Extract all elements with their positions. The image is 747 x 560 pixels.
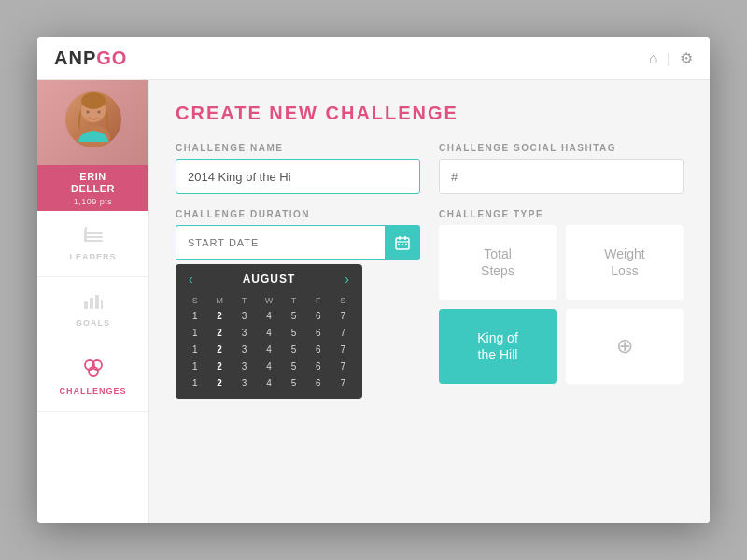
svg-rect-13	[101, 300, 103, 309]
cal-day[interactable]: 3	[233, 375, 256, 391]
cal-day[interactable]: 7	[331, 325, 355, 341]
main-layout: ERIN DELLER 1,109 pts	[37, 80, 710, 523]
cal-day[interactable]: 5	[282, 325, 305, 341]
settings-icon[interactable]: ⚙	[680, 49, 693, 67]
challenges-label: CHALLENGES	[59, 386, 126, 396]
hashtag-input[interactable]	[439, 159, 684, 194]
divider: |	[667, 51, 670, 66]
profile-background: ERIN DELLER 1,109 pts	[37, 80, 148, 211]
type-card-weight-loss[interactable]: WeightLoss	[566, 225, 684, 300]
cal-day[interactable]: 4	[257, 325, 280, 341]
cal-day[interactable]: 2	[207, 358, 231, 374]
cal-day[interactable]: 2	[207, 325, 231, 341]
top-icons: ⌂ | ⚙	[649, 49, 693, 67]
goals-icon	[83, 292, 104, 314]
svg-point-4	[97, 111, 100, 114]
cal-day[interactable]: 6	[306, 375, 330, 391]
type-card-king-of-hill[interactable]: King ofthe Hill	[439, 309, 557, 384]
cal-day[interactable]: 1	[183, 325, 206, 341]
date-picker-calendar: ‹ AUGUST › S M T W T F S	[176, 264, 362, 399]
calendar-prev-button[interactable]: ‹	[185, 272, 197, 287]
sidebar: ERIN DELLER 1,109 pts	[37, 80, 149, 523]
cal-header-t1: T	[233, 294, 256, 307]
avatar	[65, 91, 121, 147]
challenges-icon	[83, 358, 104, 382]
home-icon[interactable]: ⌂	[649, 50, 658, 67]
svg-rect-10	[84, 301, 88, 309]
start-date-row	[176, 225, 420, 260]
cal-day[interactable]: 2	[207, 375, 231, 391]
calendar-grid: S M T W T F S 1 2 3 4 5	[183, 294, 355, 391]
type-card-total-steps[interactable]: TotalSteps	[439, 225, 557, 300]
cal-day[interactable]: 5	[282, 375, 305, 391]
cal-day[interactable]: 7	[331, 308, 355, 324]
cal-day[interactable]: 5	[282, 358, 305, 374]
cal-day[interactable]: 6	[306, 308, 330, 324]
duration-label: CHALLENGE DURATION	[176, 209, 420, 219]
logo: ANPGO	[54, 48, 127, 69]
sidebar-item-goals[interactable]: GOALS	[37, 277, 148, 343]
cal-day[interactable]: 2	[207, 342, 231, 357]
hashtag-label: CHALLENGE SOCIAL HASHTAG	[439, 143, 684, 153]
calendar-header: ‹ AUGUST ›	[183, 272, 355, 287]
svg-rect-11	[90, 298, 93, 309]
add-type-icon: ⊕	[616, 333, 633, 360]
cal-day[interactable]: 1	[183, 375, 206, 391]
top-bar: ANPGO ⌂ | ⚙	[37, 37, 710, 80]
cal-day[interactable]: 7	[331, 342, 355, 357]
sidebar-item-leaders[interactable]: LEADERS	[37, 211, 148, 277]
cal-day[interactable]: 3	[233, 358, 256, 374]
cal-day[interactable]: 4	[257, 358, 280, 374]
hashtag-group: CHALLENGE SOCIAL HASHTAG	[439, 143, 684, 194]
cal-day[interactable]: 4	[257, 375, 280, 391]
cal-day[interactable]: 7	[331, 358, 355, 374]
start-date-calendar-button[interactable]	[385, 225, 420, 260]
cal-day[interactable]: 3	[233, 342, 256, 357]
cal-day[interactable]: 1	[183, 358, 206, 374]
cal-day[interactable]: 4	[257, 308, 280, 324]
cal-day[interactable]: 6	[306, 325, 330, 341]
type-card-add-new[interactable]: ⊕	[566, 309, 684, 384]
duration-type-row: CHALLENGE DURATION	[176, 209, 684, 399]
svg-point-2	[81, 92, 106, 109]
challenge-name-label: CHALLENGE NAME	[176, 143, 420, 153]
cal-header-s2: S	[331, 294, 355, 307]
content-area: CREATE NEW CHALLENGE CHALLENGE NAME CHAL…	[149, 80, 710, 523]
svg-rect-23	[405, 244, 407, 245]
cal-day[interactable]: 5	[282, 308, 305, 324]
leaders-icon	[83, 226, 104, 247]
challenge-type-grid: TotalSteps WeightLoss King ofthe Hill ⊕	[439, 225, 684, 384]
start-date-input[interactable]	[176, 225, 385, 260]
cal-header-f: F	[306, 294, 330, 307]
modal: ANPGO ⌂ | ⚙	[37, 37, 710, 523]
profile-points: 1,109 pts	[41, 197, 145, 206]
svg-rect-21	[398, 244, 400, 245]
cal-day[interactable]: 1	[183, 342, 206, 357]
profile-name-line1: ERIN	[41, 171, 145, 183]
profile-name-block: ERIN DELLER 1,109 pts	[37, 165, 148, 211]
cal-day[interactable]: 6	[306, 358, 330, 374]
cal-header-t2: T	[282, 294, 305, 307]
challenge-type-group: CHALLENGE TYPE TotalSteps WeightLoss Kin…	[439, 209, 684, 399]
cal-header-m: M	[207, 294, 231, 307]
cal-day[interactable]: 7	[331, 375, 355, 391]
svg-rect-12	[95, 295, 99, 309]
leaders-label: LEADERS	[69, 252, 116, 261]
cal-day[interactable]: 5	[282, 342, 305, 357]
cal-day[interactable]: 3	[233, 308, 256, 324]
challenge-name-input[interactable]	[176, 159, 420, 194]
challenge-type-label: CHALLENGE TYPE	[439, 209, 684, 219]
goals-label: GOALS	[76, 318, 110, 328]
cal-day[interactable]: 3	[233, 325, 256, 341]
calendar-next-button[interactable]: ›	[341, 272, 353, 287]
sidebar-item-challenges[interactable]: CHALLENGES	[37, 343, 148, 412]
cal-header-w: W	[257, 294, 280, 307]
duration-group: CHALLENGE DURATION	[176, 209, 420, 399]
svg-rect-22	[402, 244, 403, 245]
cal-day[interactable]: 6	[306, 342, 330, 357]
cal-day[interactable]: 2	[207, 308, 231, 324]
page-title: CREATE NEW CHALLENGE	[176, 103, 684, 124]
cal-day[interactable]: 1	[183, 308, 206, 324]
svg-point-3	[86, 111, 89, 114]
cal-day[interactable]: 4	[257, 342, 280, 357]
